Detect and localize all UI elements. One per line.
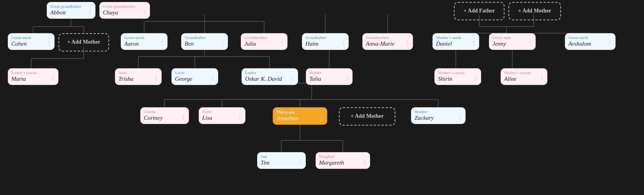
node-mo1[interactable]: MotherTalia⋮: [306, 68, 353, 85]
node-dots-gm1[interactable]: ⋮: [279, 40, 285, 46]
node-dots-ggm1[interactable]: ⋮: [142, 9, 148, 15]
node-gu3[interactable]: Great-uncleAvshalom⋮: [565, 33, 616, 50]
node-ggm1[interactable]: Great-grandmotherChaya⋮: [99, 2, 150, 19]
node-dots-co1[interactable]: ⋮: [181, 114, 187, 121]
node-label-ggm1: Great-grandmother: [103, 4, 146, 9]
node-dots-fa1[interactable]: ⋮: [290, 75, 296, 82]
node-label-gm1: Grandmother: [244, 35, 284, 40]
node-label-gu2: Great-uncle: [124, 35, 164, 40]
node-name-so1: Tim: [261, 160, 302, 166]
node-dots-fc1[interactable]: ⋮: [50, 75, 56, 82]
node-co1[interactable]: CousinCortney⋮: [140, 107, 189, 124]
node-label-fa1: Father: [245, 71, 295, 75]
node-ggf1[interactable]: Great-grandfatherAbbott⋮: [47, 2, 95, 19]
node-name-gf2: Haim: [305, 41, 345, 47]
node-gm2[interactable]: GrandmotherAnna-Marie⋮: [362, 33, 413, 50]
node-label-si1: Sister: [202, 110, 242, 114]
node-dots-br1[interactable]: ⋮: [457, 114, 463, 121]
node-dots-mu1[interactable]: ⋮: [471, 40, 477, 46]
node-self[interactable]: This is youJonathan⋮: [273, 107, 327, 125]
node-addmother_top[interactable]: + Add Mother: [508, 2, 561, 20]
node-au1[interactable]: AuntTrisha⋮: [115, 68, 162, 85]
node-label-ggf1: Great-grandfather: [50, 4, 92, 9]
node-so1[interactable]: SonTim⋮: [257, 152, 306, 169]
node-name-da1: Margareth: [319, 160, 367, 166]
node-name-au1: Trisha: [118, 76, 158, 82]
node-name-fa1: Oskar K. David: [245, 76, 295, 82]
node-name-fc1: Marta: [11, 76, 55, 82]
node-da1[interactable]: DaughterMargareth⋮: [316, 152, 370, 169]
node-ga1[interactable]: Great-auntJenny⋮: [489, 33, 536, 50]
node-dots-gf2[interactable]: ⋮: [341, 40, 346, 46]
node-si1[interactable]: SisterLisa⋮: [199, 107, 245, 124]
node-label-gu3: Great-uncle: [568, 35, 612, 40]
node-add-label-addmother: + Add Mother: [343, 110, 392, 122]
node-addmother[interactable]: + Add Mother: [339, 107, 395, 126]
node-name-mu1: Daniel: [436, 41, 476, 47]
node-name-self: Jonathan: [277, 115, 323, 122]
node-name-gu2: Aaron: [124, 41, 164, 47]
node-label-gf2: Grandfather: [305, 35, 345, 40]
node-name-un1: George: [175, 76, 215, 82]
node-addfather_top[interactable]: + Add Father: [454, 2, 505, 20]
node-dots-mo1[interactable]: ⋮: [344, 75, 350, 82]
node-label-au1: Aunt: [118, 71, 158, 75]
node-gf2[interactable]: GrandfatherHaim⋮: [302, 33, 349, 50]
node-label-un1: Uncle: [175, 71, 215, 75]
node-name-gf1: Ben: [185, 41, 224, 47]
node-dots-gu2[interactable]: ⋮: [159, 40, 165, 46]
node-label-mu1: Mother's uncle: [436, 35, 476, 40]
node-un1[interactable]: UncleGeorge⋮: [171, 68, 218, 85]
node-fa1[interactable]: FatherOskar K. David⋮: [242, 68, 298, 85]
node-dots-mc2[interactable]: ⋮: [539, 75, 545, 82]
node-label-gf1: Grandfather: [185, 35, 224, 40]
node-name-ga1: Jenny: [492, 41, 532, 47]
node-label-mc2: Mother's cousin: [504, 71, 544, 75]
node-name-br1: Zackary: [415, 115, 462, 121]
node-label-self: This is you: [277, 110, 323, 114]
node-add-label-addmother_top: + Add Mother: [512, 5, 557, 17]
node-dots-self[interactable]: ⋮: [319, 114, 325, 121]
node-dots-gu1[interactable]: ⋮: [46, 40, 52, 46]
node-label-gm2: Grandmother: [366, 35, 409, 40]
node-name-co1: Cortney: [144, 115, 185, 121]
node-label-mo1: Mother: [309, 71, 349, 75]
node-add-label-addfather_top: + Add Father: [458, 5, 501, 17]
node-gm1[interactable]: GrandmotherJulia⋮: [241, 33, 288, 50]
node-label-mc1: Mother's cousin: [438, 71, 478, 75]
node-label-co1: Cousin: [144, 110, 185, 114]
node-gf1[interactable]: GrandfatherBen⋮: [181, 33, 228, 50]
node-dots-mc1[interactable]: ⋮: [473, 75, 479, 82]
node-label-da1: Daughter: [319, 154, 367, 159]
node-dots-so1[interactable]: ⋮: [298, 159, 303, 165]
node-label-gu1: Great-uncle: [11, 35, 51, 40]
node-add-label-addmother_gu: + Add Mother: [62, 36, 105, 48]
node-dots-da1[interactable]: ⋮: [362, 159, 368, 165]
node-label-so1: Son: [261, 154, 302, 159]
node-name-ggf1: Abbott: [50, 9, 92, 16]
node-mu1[interactable]: Mother's uncleDaniel⋮: [432, 33, 479, 50]
node-dots-gm2[interactable]: ⋮: [405, 40, 411, 46]
node-fc1[interactable]: Father's cousinMarta⋮: [8, 68, 58, 85]
node-name-mo1: Talia: [309, 76, 349, 82]
node-dots-ga1[interactable]: ⋮: [528, 40, 533, 46]
node-name-mc2: Aline: [504, 76, 544, 82]
node-name-ggm1: Chaya: [103, 9, 146, 16]
node-dots-si1[interactable]: ⋮: [237, 114, 243, 121]
node-dots-au1[interactable]: ⋮: [154, 75, 159, 82]
node-name-gm1: Julia: [244, 41, 284, 47]
node-name-gu1: Cohen: [11, 41, 51, 47]
node-name-gm2: Anna-Marie: [366, 41, 409, 47]
node-br1[interactable]: BrotherZackary⋮: [411, 107, 466, 124]
node-mc1[interactable]: Mother's cousinShirin⋮: [434, 68, 481, 85]
node-gu2[interactable]: Great-uncleAaron⋮: [121, 33, 168, 50]
node-label-ga1: Great-aunt: [492, 35, 532, 40]
node-mc2[interactable]: Mother's cousinAline⋮: [501, 68, 547, 85]
node-dots-ggf1[interactable]: ⋮: [87, 9, 93, 15]
node-label-fc1: Father's cousin: [11, 71, 55, 75]
node-dots-un1[interactable]: ⋮: [210, 75, 216, 82]
node-dots-gu3[interactable]: ⋮: [607, 40, 613, 46]
node-addmother_gu[interactable]: + Add Mother: [58, 33, 109, 51]
node-dots-gf1[interactable]: ⋮: [220, 40, 226, 46]
node-gu1[interactable]: Great-uncleCohen⋮: [8, 33, 55, 50]
